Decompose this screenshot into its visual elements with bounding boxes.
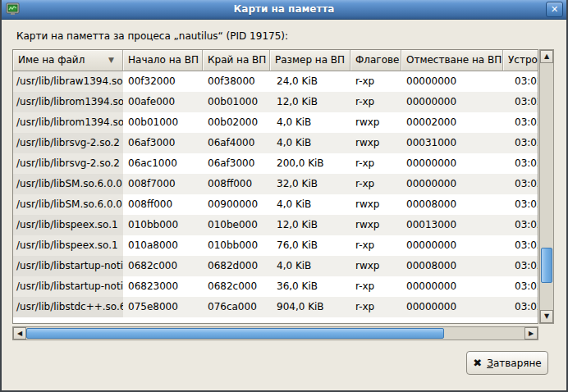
cell-filename: /usr/lib/libraw1394.so.8 xyxy=(13,71,123,92)
cell-filename: /usr/lib/librom1394.so.0 xyxy=(13,112,123,133)
memory-maps-dialog: Карти на паметта ✕ Карти на паметта за п… xyxy=(0,0,568,392)
cell-vm-offset: 00013000 xyxy=(401,215,503,235)
column-header-vm-offset[interactable]: Отместване на ВП xyxy=(401,50,503,71)
cell-flags: rwxp xyxy=(350,194,401,215)
arrow-down-icon: ▼ xyxy=(541,311,552,322)
cell-vm-start: 06ac1000 xyxy=(123,153,203,174)
cell-vm-size: 4,0 KiB xyxy=(270,194,350,215)
table-body: /usr/lib/libraw1394.so.8 00f32000 00f380… xyxy=(13,71,538,317)
column-header-label: Флагове xyxy=(355,54,399,66)
cell-flags: r-xp xyxy=(350,276,401,297)
cell-vm-end: 0682c000 xyxy=(203,276,270,297)
column-header-vm-size[interactable]: Размер на ВП xyxy=(270,50,350,71)
cell-flags: r-xp xyxy=(350,71,401,92)
cell-vm-size: 36,0 KiB xyxy=(270,276,350,297)
scroll-down-button[interactable]: ▼ xyxy=(540,310,553,323)
cell-vm-start: 010a8000 xyxy=(123,235,203,256)
arrow-up-icon: ▲ xyxy=(541,51,552,62)
table-row[interactable]: /usr/lib/libspeex.so.1 010a8000 010bb000… xyxy=(13,235,538,256)
cell-vm-end: 06af4000 xyxy=(203,133,270,153)
memory-maps-table: Име на файл ▼ Начало на ВП Край на ВП Ра… xyxy=(12,49,538,324)
table-row[interactable]: /usr/lib/librom1394.so.0 00afe000 00b010… xyxy=(13,92,538,112)
sort-descending-icon: ▼ xyxy=(108,50,114,71)
table-row[interactable]: /usr/lib/libstdc++.so.6 075e8000 076ca00… xyxy=(13,297,538,317)
column-header-vm-start[interactable]: Начало на ВП xyxy=(123,50,203,71)
cell-vm-end: 00f38000 xyxy=(203,71,270,92)
arrow-right-icon: ▶ xyxy=(525,328,537,340)
cell-vm-end: 010be000 xyxy=(203,215,270,235)
table-row[interactable]: /usr/lib/libSM.so.6.0.0 008f7000 008ff00… xyxy=(13,174,538,194)
column-header-label: Устройство xyxy=(508,54,538,66)
titlebar[interactable]: Карти на паметта ✕ xyxy=(2,0,566,20)
cell-flags: r-xp xyxy=(350,92,401,112)
cell-vm-offset: 00000000 xyxy=(401,174,503,194)
arrow-left-icon: ◀ xyxy=(14,328,25,340)
cell-vm-start: 008f7000 xyxy=(123,174,203,194)
cell-filename: /usr/lib/libstartup-notification-1.so.0 xyxy=(13,256,123,276)
horizontal-scrollbar-thumb[interactable] xyxy=(26,328,444,339)
cell-device: 03:02 xyxy=(503,133,538,153)
cell-flags: rwxp xyxy=(350,256,401,276)
column-header-label: Начало на ВП xyxy=(128,54,199,66)
cell-vm-start: 06823000 xyxy=(123,276,203,297)
cell-vm-size: 4,0 KiB xyxy=(270,133,350,153)
cell-device: 03:02 xyxy=(503,71,538,92)
cell-vm-offset: 00008000 xyxy=(401,194,503,215)
cell-flags: r-xp xyxy=(350,153,401,174)
cell-vm-offset: 00000000 xyxy=(401,153,503,174)
process-description-label: Карти на паметта за процеса „nautilus“ (… xyxy=(16,30,288,42)
window-title: Карти на паметта xyxy=(2,0,566,19)
column-header-vm-end[interactable]: Край на ВП xyxy=(203,50,270,71)
column-header-filename[interactable]: Име на файл ▼ xyxy=(13,50,123,71)
scroll-right-button[interactable]: ▶ xyxy=(524,327,538,340)
column-header-flags[interactable]: Флагове xyxy=(350,50,401,71)
cell-flags: r-xp xyxy=(350,174,401,194)
cell-vm-size: 76,0 KiB xyxy=(270,235,350,256)
column-header-label: Име на файл xyxy=(18,54,85,66)
close-icon: ✕ xyxy=(551,4,558,15)
cell-device: 03:02 xyxy=(503,92,538,112)
cell-vm-start: 008ff000 xyxy=(123,194,203,215)
cell-flags: rwxp xyxy=(350,112,401,133)
cell-vm-offset: 00000000 xyxy=(401,92,503,112)
cell-filename: /usr/lib/libspeex.so.1 xyxy=(13,215,123,235)
close-x-icon: ✖ xyxy=(473,357,482,369)
cell-filename: /usr/lib/librom1394.so.0 xyxy=(13,92,123,112)
table-row[interactable]: /usr/lib/librom1394.so.0 00b01000 00b020… xyxy=(13,112,538,133)
cell-vm-end: 076ca000 xyxy=(203,297,270,317)
table-row[interactable]: /usr/lib/libstartup-notification-1.so.0 … xyxy=(13,256,538,276)
column-header-label: Отместване на ВП xyxy=(406,54,502,66)
cell-vm-end: 00b02000 xyxy=(203,112,270,133)
horizontal-scrollbar[interactable]: ◀ ▶ xyxy=(12,326,538,340)
vertical-scrollbar[interactable]: ▲ ▼ xyxy=(539,49,554,324)
cell-vm-offset: 00000000 xyxy=(401,235,503,256)
scroll-left-button[interactable]: ◀ xyxy=(13,327,26,340)
cell-vm-size: 4,0 KiB xyxy=(270,256,350,276)
cell-filename: /usr/lib/libSM.so.6.0.0 xyxy=(13,194,123,215)
cell-vm-end: 0682d000 xyxy=(203,256,270,276)
cell-vm-end: 010bb000 xyxy=(203,235,270,256)
cell-vm-start: 010bb000 xyxy=(123,215,203,235)
cell-device: 03:02 xyxy=(503,174,538,194)
table-row[interactable]: /usr/lib/libraw1394.so.8 00f32000 00f380… xyxy=(13,71,538,92)
table-row[interactable]: /usr/lib/libspeex.so.1 010bb000 010be000… xyxy=(13,215,538,235)
column-header-label: Размер на ВП xyxy=(275,54,345,66)
cell-filename: /usr/lib/libstdc++.so.6 xyxy=(13,297,123,317)
scroll-up-button[interactable]: ▲ xyxy=(540,50,553,63)
vertical-scrollbar-thumb[interactable] xyxy=(541,248,552,283)
table-row[interactable]: /usr/lib/libstartup-notification-1.so.0 … xyxy=(13,276,538,297)
cell-vm-size: 32,0 KiB xyxy=(270,174,350,194)
table-row[interactable]: /usr/lib/librsvg-2.so.2 06ac1000 06af300… xyxy=(13,153,538,174)
cell-vm-size: 4,0 KiB xyxy=(270,112,350,133)
cell-filename: /usr/lib/librsvg-2.so.2 xyxy=(13,153,123,174)
cell-vm-size: 12,0 KiB xyxy=(270,92,350,112)
cell-device: 03:02 xyxy=(503,153,538,174)
close-dialog-button[interactable]: ✖ Затваряне xyxy=(466,351,548,375)
titlebar-close-button[interactable]: ✕ xyxy=(546,2,563,17)
cell-vm-end: 008ff000 xyxy=(203,174,270,194)
cell-device: 03:02 xyxy=(503,215,538,235)
table-row[interactable]: /usr/lib/libSM.so.6.0.0 008ff000 0090000… xyxy=(13,194,538,215)
cell-device: 03:02 xyxy=(503,256,538,276)
table-row[interactable]: /usr/lib/librsvg-2.so.2 06af3000 06af400… xyxy=(13,133,538,153)
column-header-device[interactable]: Устройство xyxy=(503,50,538,71)
